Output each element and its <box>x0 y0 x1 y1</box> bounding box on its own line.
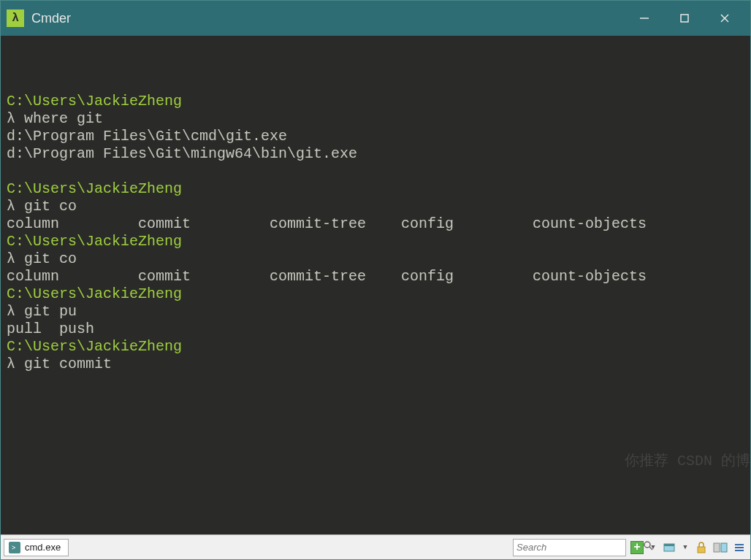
command-text: git co <box>15 250 77 267</box>
terminal-line <box>7 163 744 180</box>
terminal-line: C:\Users\JackieZheng <box>7 338 744 356</box>
terminal-line: λ git pu <box>7 303 744 321</box>
completion-item: commit-tree <box>270 268 401 285</box>
status-left: > cmd.exe <box>4 539 69 556</box>
lock-icon <box>696 542 706 553</box>
maximize-button[interactable] <box>664 1 704 36</box>
terminal-viewport[interactable]: C:\Users\JackieZhengλ where gitd:\Progra… <box>1 36 750 534</box>
completion-item: config <box>401 215 533 233</box>
windows-list-button[interactable] <box>712 540 728 556</box>
command-text: where git <box>15 110 103 127</box>
close-button[interactable] <box>704 1 744 36</box>
completion-item: commit <box>138 215 270 233</box>
prompt-path: C:\Users\JackieZheng <box>7 338 182 355</box>
show-tabs-button[interactable] <box>661 540 677 556</box>
terminal-line: columncommitcommit-treeconfigcount-objec… <box>7 268 744 285</box>
svg-rect-9 <box>664 544 674 546</box>
search-input[interactable] <box>516 542 640 553</box>
plus-icon: + <box>630 541 644 554</box>
minimize-button[interactable] <box>624 1 664 36</box>
command-text: git pu <box>15 303 77 320</box>
status-right: + ▼ ▼ <box>513 539 747 556</box>
terminal-line: columncommitcommit-treeconfigcount-objec… <box>7 215 744 233</box>
show-tabs-dropdown[interactable]: ▼ <box>680 540 690 556</box>
new-console-button[interactable]: + <box>629 540 645 556</box>
command-text: git commit <box>15 356 112 372</box>
svg-rect-10 <box>698 547 705 553</box>
svg-rect-11 <box>714 543 720 552</box>
prompt-lambda: λ <box>7 356 15 372</box>
new-console-dropdown[interactable]: ▼ <box>648 540 658 556</box>
prompt-path: C:\Users\JackieZheng <box>7 180 182 197</box>
menu-button[interactable] <box>731 540 747 556</box>
completion-item: column <box>7 215 138 233</box>
terminal-line: λ where git <box>7 110 744 128</box>
app-icon: λ <box>7 9 24 27</box>
terminal-line: C:\Users\JackieZheng <box>7 285 744 303</box>
chevron-down-icon: ▼ <box>651 544 655 551</box>
terminal-line: λ git co <box>7 250 744 268</box>
completion-item: config <box>401 268 533 285</box>
command-text: git co <box>15 198 77 215</box>
prompt-path: C:\Users\JackieZheng <box>7 233 182 250</box>
hamburger-icon <box>733 542 745 553</box>
tab-cmd[interactable]: > cmd.exe <box>4 539 69 556</box>
terminal-line: d:\Program Files\Git\cmd\git.exe <box>7 128 744 145</box>
terminal-line: C:\Users\JackieZheng <box>7 233 744 250</box>
terminal-line: d:\Program Files\Git\mingw64\bin\git.exe <box>7 145 744 163</box>
lock-button[interactable] <box>693 540 709 556</box>
terminal-line: λ git commit <box>7 356 744 373</box>
prompt-lambda: λ <box>7 110 15 127</box>
windows-icon <box>713 542 728 553</box>
console-icon: > <box>9 542 20 553</box>
window-controls <box>624 1 744 36</box>
prompt-path: C:\Users\JackieZheng <box>7 93 182 110</box>
prompt-path: C:\Users\JackieZheng <box>7 285 182 302</box>
completion-item: column <box>7 268 138 285</box>
tab-label: cmd.exe <box>25 542 61 553</box>
terminal-line <box>7 75 744 93</box>
terminal-line: C:\Users\JackieZheng <box>7 180 744 198</box>
terminal-line: pull push <box>7 321 744 338</box>
svg-rect-12 <box>721 543 727 552</box>
chevron-down-icon: ▼ <box>683 544 687 551</box>
svg-rect-1 <box>681 15 688 22</box>
search-box[interactable] <box>513 539 626 556</box>
completion-item: count-objects <box>533 268 664 285</box>
titlebar: λ Cmder <box>1 1 750 36</box>
window-title: Cmder <box>31 11 71 26</box>
prompt-lambda: λ <box>7 303 15 320</box>
prompt-lambda: λ <box>7 198 15 215</box>
terminal-line: C:\Users\JackieZheng <box>7 93 744 110</box>
titlebar-left: λ Cmder <box>7 9 71 27</box>
terminal-line: λ git co <box>7 198 744 215</box>
completion-item: commit <box>138 268 270 285</box>
completion-item: count-objects <box>533 215 664 233</box>
completion-item: commit-tree <box>270 215 401 233</box>
svg-text:>: > <box>12 544 15 551</box>
prompt-lambda: λ <box>7 250 15 267</box>
statusbar: > cmd.exe + ▼ ▼ <box>1 534 750 559</box>
watermark-text: 你推荐 CSDN 的博 <box>625 453 750 470</box>
